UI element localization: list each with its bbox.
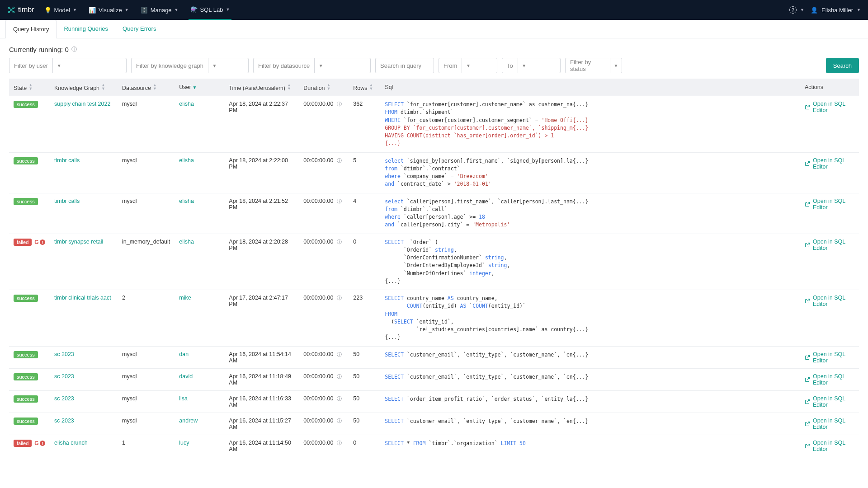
col-ds[interactable]: Datasource▲▼ [118,79,175,96]
info-icon[interactable]: ⓘ [337,158,342,163]
col-actions: Actions [800,79,859,96]
info-icon[interactable]: ⓘ [337,239,342,244]
kg-link[interactable]: timbr clinical trials aact [54,295,111,301]
user-link[interactable]: andrew [179,418,198,424]
info-icon[interactable]: ⓘ [337,440,342,446]
sql-preview: SELECT `customer_email`, `entity_type`, … [385,373,796,381]
user-link[interactable]: elisha [179,101,194,107]
col-state[interactable]: State▲▼ [9,79,50,96]
search-input[interactable] [376,62,434,69]
rows-cell: 0 [349,234,380,290]
open-in-sql-editor[interactable]: Open in SQL Editor [805,351,854,364]
brand-logo-icon [7,6,15,14]
filter-bar: Filter by user▼ Filter by knowledge grap… [9,58,859,73]
datasource-cell: mysql [118,152,175,193]
chevron-down-icon: ▼ [800,8,804,12]
error-icon[interactable]: G! [34,440,45,446]
user-link[interactable]: lisa [179,395,188,402]
datasource-cell: mysql [118,413,175,435]
external-link-icon [805,421,810,427]
info-icon[interactable]: ⓘ [337,374,342,379]
filter-search-query[interactable] [375,58,434,73]
duration-cell: 00:00:00.00 ⓘ [299,96,349,153]
user-link[interactable]: mike [179,295,191,301]
error-icon[interactable]: G! [34,239,45,245]
open-in-sql-editor[interactable]: Open in SQL Editor [805,198,854,211]
open-in-sql-editor[interactable]: Open in SQL Editor [805,101,854,113]
kg-link[interactable]: sc 2023 [54,351,74,357]
filter-datasource[interactable]: Filter by datasource▼ [253,58,371,73]
kg-link[interactable]: supply chain test 2022 [54,101,110,107]
time-cell: Apr 16, 2024 at 11:18:49 AM [224,368,299,390]
col-sql: Sql [380,79,800,96]
search-button[interactable]: Search [826,58,859,73]
kg-link[interactable]: sc 2023 [54,395,74,402]
kg-link[interactable]: timbr synapse retail [54,239,103,245]
open-in-sql-editor[interactable]: Open in SQL Editor [805,295,854,307]
tab-running-queries[interactable]: Running Queries [57,20,115,38]
user-link[interactable]: elisha [179,157,194,164]
col-user[interactable]: User ▼ [175,79,224,96]
rows-cell: 0 [349,435,380,457]
help-menu[interactable]: ? ▼ [789,6,804,14]
info-icon[interactable]: ⓘ [337,198,342,204]
nav-sql-lab[interactable]: ⚗️ SQL Lab ▼ [189,0,232,20]
open-in-sql-editor[interactable]: Open in SQL Editor [805,440,854,452]
open-in-sql-editor[interactable]: Open in SQL Editor [805,418,854,430]
open-in-sql-editor[interactable]: Open in SQL Editor [805,373,854,386]
info-icon[interactable]: ⓘ [337,101,342,107]
datasource-cell: mysql [118,368,175,390]
info-icon[interactable]: ⓘ [337,396,342,401]
table-row: successtimbr callsmysqlelishaApr 18, 202… [9,152,859,193]
col-rows[interactable]: Rows▲▼ [349,79,380,96]
chevron-down-icon: ▼ [610,58,622,73]
nav-model[interactable]: 💡 Model ▼ [42,0,79,20]
filter-status[interactable]: Filter by status▼ [565,58,622,73]
user-link[interactable]: elisha [179,198,194,204]
brand[interactable]: timbr [7,6,34,14]
external-link-icon [805,161,810,166]
sort-icon: ▲▼ [327,83,331,90]
nav-visualize[interactable]: 📊 Visualize ▼ [87,0,131,20]
kg-link[interactable]: sc 2023 [54,373,74,380]
filter-to[interactable]: To▼ [502,58,561,73]
open-in-sql-editor[interactable]: Open in SQL Editor [805,239,854,251]
kg-link[interactable]: timbr calls [54,198,80,204]
nav-manage[interactable]: 🗄️ Manage ▼ [139,0,180,20]
user-icon: 👤 [811,7,818,14]
kg-link[interactable]: elisha crunch [54,440,88,446]
sql-preview: SELECT `customer_email`, `entity_type`, … [385,418,796,425]
filter-user[interactable]: Filter by user▼ [9,58,127,73]
info-icon[interactable]: ⓘ [337,295,342,300]
filter-knowledge-graph[interactable]: Filter by knowledge graph▼ [131,58,249,73]
info-icon[interactable]: ⓘ [337,352,342,357]
state-badge: success [14,157,38,164]
external-link-icon [805,298,810,304]
help-icon: ? [789,6,797,14]
tab-query-history[interactable]: Query History [5,20,57,38]
user-link[interactable]: dan [179,351,189,357]
user-menu[interactable]: 👤 Elisha Miller ▼ [811,7,861,14]
sort-icon: ▲▼ [153,83,157,90]
user-link[interactable]: lucy [179,440,189,446]
duration-cell: 00:00:00.00 ⓘ [299,413,349,435]
external-link-icon [805,377,810,382]
col-dur[interactable]: Duration▲▼ [299,79,349,96]
open-in-sql-editor[interactable]: Open in SQL Editor [805,395,854,408]
col-time[interactable]: Time (Asia/Jerusalem)▲▼ [224,79,299,96]
kg-link[interactable]: sc 2023 [54,418,74,424]
user-link[interactable]: elisha [179,239,194,245]
kg-link[interactable]: timbr calls [54,157,80,164]
state-badge: success [14,418,38,425]
tab-query-errors[interactable]: Query Errors [115,20,163,38]
open-in-sql-editor[interactable]: Open in SQL Editor [805,157,854,170]
chevron-down-icon: ▼ [175,8,179,12]
col-kg[interactable]: Knowledge Graph▲▼ [50,79,118,96]
user-link[interactable]: david [179,373,193,380]
info-icon[interactable]: ⓘ [337,418,342,423]
state-badge: failed [14,440,32,447]
sql-preview: SELECT `customer_email`, `entity_type`, … [385,351,796,359]
lightbulb-icon: 💡 [44,7,52,14]
filter-from[interactable]: From▼ [439,58,497,73]
time-cell: Apr 16, 2024 at 11:16:33 AM [224,390,299,413]
